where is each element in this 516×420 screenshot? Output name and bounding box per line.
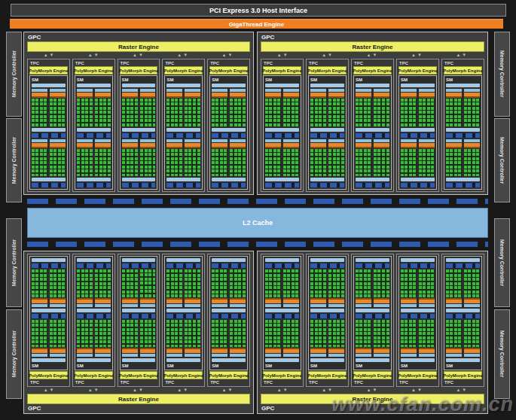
- dispatch-unit-bar: [50, 93, 66, 98]
- dispatch-unit-bar: [310, 93, 326, 98]
- core-block: [212, 139, 227, 177]
- shared-memory-bar: [401, 128, 435, 132]
- cuda-core-grid: [77, 269, 93, 297]
- texture-units-row: [265, 314, 299, 318]
- tpc-label: TPC: [74, 60, 114, 66]
- instruction-cache-bar: [32, 84, 66, 87]
- warp-scheduler-bar: [32, 89, 47, 92]
- sm-label: SM: [401, 77, 435, 83]
- warp-scheduler-bar: [230, 139, 246, 142]
- texture-units-row: [122, 133, 156, 138]
- core-block: [122, 89, 138, 126]
- warp-scheduler-bar: [310, 139, 326, 142]
- sm-label: SM: [356, 77, 389, 83]
- core-block: [401, 320, 417, 358]
- dispatch-unit-bar: [95, 348, 111, 353]
- texture-units-row: [265, 263, 299, 268]
- core-block-pair: [77, 269, 111, 307]
- shared-memory-texture-band: [401, 127, 435, 138]
- core-block: [77, 139, 93, 177]
- shared-memory-bar: [212, 258, 246, 262]
- dispatch-unit-bar: [356, 298, 371, 303]
- cuda-core-grid: [95, 269, 111, 297]
- core-block: [230, 139, 246, 177]
- up-down-arrows-icon: ▲▼: [261, 52, 305, 59]
- cuda-core-grid: [283, 320, 299, 348]
- core-block-pair: [122, 320, 156, 358]
- dispatch-unit-bar: [283, 348, 299, 353]
- cuda-core-grid: [464, 99, 480, 126]
- cuda-core-grid: [122, 99, 138, 126]
- core-block: [265, 269, 281, 307]
- core-block-pair: [446, 269, 480, 307]
- cuda-core-grid: [401, 149, 417, 177]
- cuda-core-grid: [265, 99, 281, 126]
- core-block-pair: [401, 320, 435, 358]
- dispatch-unit-bar: [446, 348, 462, 353]
- instruction-cache-bar: [212, 84, 246, 87]
- cuda-core-grid: [122, 149, 138, 177]
- core-block: [374, 89, 389, 126]
- polymorph-engine-bar: PolyMorph Engine: [164, 371, 203, 379]
- warp-scheduler-bar: [328, 89, 344, 92]
- core-block: [283, 89, 299, 126]
- cuda-core-grid: [185, 99, 200, 126]
- core-block: [50, 269, 66, 307]
- core-block: [122, 139, 138, 177]
- core-block-pair: [212, 320, 246, 358]
- shared-memory-bar: [122, 258, 156, 262]
- dispatch-unit-bar: [401, 93, 417, 98]
- dispatch-unit-bar: [283, 298, 299, 303]
- tpc: TPCPolyMorph EngineSM: [162, 59, 205, 192]
- polymorph-engine-bar: PolyMorph Engine: [120, 371, 158, 379]
- sm-label: SM: [32, 363, 66, 369]
- polymorph-engine-bar: PolyMorph Engine: [75, 371, 113, 379]
- cuda-core-grid: [212, 149, 227, 177]
- texture-units-row: [401, 263, 435, 268]
- core-block: [50, 89, 66, 126]
- cuda-core-grid: [230, 269, 246, 297]
- cuda-core-grid: [328, 269, 344, 297]
- warp-scheduler-bar: [185, 139, 200, 142]
- polymorph-engine-bar: PolyMorph Engine: [308, 66, 347, 75]
- shared-memory-bar: [32, 258, 66, 262]
- shared-memory-bar: [32, 309, 66, 312]
- dispatch-unit-bar: [401, 143, 417, 148]
- tpc-label: TPC: [29, 60, 69, 66]
- polymorph-engine-bar: PolyMorph Engine: [164, 66, 203, 75]
- core-block-pair: [32, 139, 66, 177]
- warp-scheduler-bar: [401, 354, 417, 357]
- cuda-core-grid: [283, 269, 299, 297]
- texture-units-row: [122, 263, 156, 268]
- tpc: TPCPolyMorph EngineSM: [396, 254, 439, 387]
- sm: SM: [398, 256, 437, 370]
- warp-scheduler-bar: [328, 304, 344, 307]
- cuda-core-grid: [464, 149, 480, 177]
- texture-units-row: [356, 314, 389, 318]
- shared-memory-texture-band: [265, 308, 299, 319]
- sm: SM: [353, 256, 392, 370]
- warp-scheduler-bar: [140, 354, 156, 357]
- shared-memory-texture-band: [77, 127, 111, 138]
- core-block: [185, 269, 200, 307]
- memory-controller-left-4: Memory Controller: [6, 309, 22, 399]
- instruction-cache-bar: [122, 84, 156, 87]
- cuda-core-grid: [401, 269, 417, 297]
- texture-units-row: [310, 183, 344, 187]
- shared-memory-bar: [212, 128, 246, 132]
- memory-controller-right-3: Memory Controller: [494, 218, 510, 307]
- core-block: [446, 139, 462, 177]
- texture-units-row: [401, 314, 435, 318]
- up-down-arrows-icon: ▲▼: [206, 387, 250, 394]
- shared-memory-texture-band: [212, 127, 246, 138]
- warp-scheduler-bar: [166, 139, 182, 142]
- core-block: [50, 320, 66, 358]
- warp-scheduler-bar: [328, 354, 344, 357]
- sm: SM: [308, 256, 347, 370]
- sm: SM: [120, 256, 158, 370]
- tpc-label: TPC: [119, 379, 159, 385]
- warp-scheduler-bar: [122, 89, 138, 92]
- dispatch-unit-bar: [446, 143, 462, 148]
- tpc-label: TPC: [163, 60, 203, 66]
- core-block: [401, 89, 417, 126]
